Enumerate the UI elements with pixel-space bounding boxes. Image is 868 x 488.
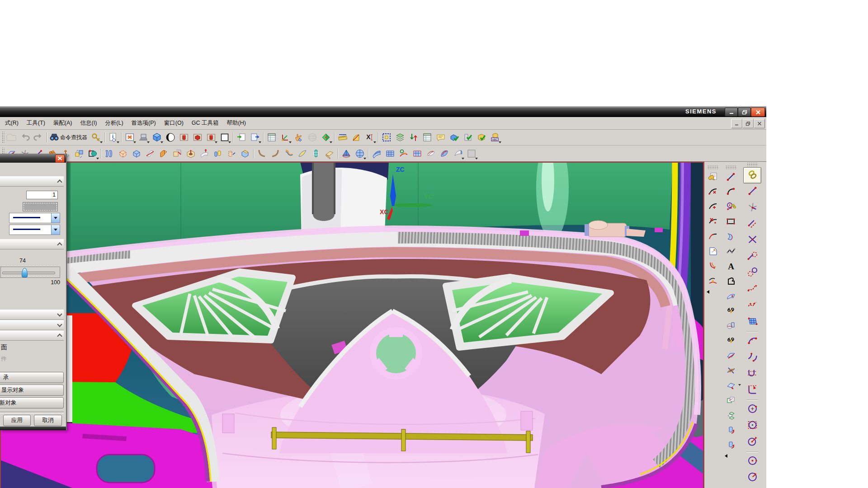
bridge-surface-button[interactable]: [296, 147, 309, 160]
plane-arrow-button[interactable]: [723, 379, 739, 394]
dropdown-arrow-icon[interactable]: [462, 158, 464, 160]
window-minimize-button[interactable]: [725, 108, 738, 117]
wave-spline-button[interactable]: [743, 297, 761, 314]
faceted-sphere-button[interactable]: [353, 147, 367, 160]
dropdown-arrow-icon[interactable]: [228, 141, 231, 143]
planes-copy-button[interactable]: [723, 408, 739, 423]
annotation-note-button[interactable]: [434, 131, 448, 144]
toolbar-drag-handle[interactable]: [1, 131, 5, 143]
bounded-plane-button[interactable]: [410, 147, 424, 160]
circle-radius-arrow-button[interactable]: [743, 469, 761, 486]
wireframe-cylinder-button[interactable]: [177, 131, 191, 144]
profile-curve-button[interactable]: [723, 274, 739, 289]
sketch-axis-button[interactable]: [743, 200, 761, 216]
fit-window-button[interactable]: [123, 131, 137, 144]
dropdown-arrow-icon[interactable]: [133, 141, 136, 143]
menu-item-gc-toolbox[interactable]: GC 工具箱: [188, 117, 223, 129]
information-query-button[interactable]: i: [106, 131, 120, 144]
sphere-display-button[interactable]: [306, 131, 319, 144]
menu-item-window[interactable]: 窗口(O): [160, 117, 188, 129]
dropdown-arrow-icon[interactable]: [499, 141, 501, 143]
project-curve-down-button[interactable]: [705, 274, 721, 289]
slider-thumb[interactable]: [22, 268, 28, 277]
toolbar-overflow-arrow[interactable]: [725, 454, 727, 458]
solid-in-box-button[interactable]: [191, 131, 204, 144]
two-circles-button[interactable]: [743, 265, 761, 281]
undo-button[interactable]: [18, 131, 32, 144]
rectangle-button[interactable]: [723, 215, 739, 230]
child-restore-button[interactable]: [742, 119, 754, 128]
hidden-edges-button[interactable]: [204, 131, 218, 144]
measure-distance-button[interactable]: [336, 131, 349, 144]
edge-blend-button[interactable]: [255, 147, 269, 160]
basic-line-button[interactable]: [723, 170, 739, 185]
corner-block-button[interactable]: [238, 147, 252, 160]
styled-blend-button[interactable]: [282, 147, 296, 160]
dialog-section-header-1[interactable]: [0, 176, 64, 187]
menu-item-format[interactable]: 式(R): [1, 117, 23, 129]
redo-button[interactable]: [32, 131, 45, 144]
ruled-surface-button[interactable]: [370, 147, 383, 160]
dialog-section-header-3[interactable]: [0, 310, 64, 320]
basic-arc-button[interactable]: [723, 185, 739, 200]
chamfer-slab-button[interactable]: [323, 147, 336, 160]
sphere-cylinder-section-button[interactable]: [723, 319, 739, 334]
spline-arrow-button[interactable]: [743, 281, 761, 297]
toolbar-drag-handle[interactable]: [707, 165, 719, 169]
examine-geometry-button[interactable]: [448, 131, 461, 144]
child-minimize-button[interactable]: [731, 119, 742, 128]
studio-spline-button[interactable]: [723, 244, 739, 259]
part-list-button[interactable]: [265, 131, 278, 144]
arc-by-points-button[interactable]: [743, 333, 761, 349]
dropdown-arrow-icon[interactable]: [215, 141, 217, 143]
object-display-button[interactable]: [319, 131, 333, 144]
dialog-close-button[interactable]: [55, 155, 65, 163]
cross-lines-button[interactable]: [743, 232, 761, 249]
menu-item-preferences[interactable]: 首选项(P): [127, 117, 160, 129]
bend-sheet-button[interactable]: [157, 147, 170, 160]
section-plane-button[interactable]: [723, 349, 739, 364]
parallel-lines-button[interactable]: [743, 216, 761, 232]
linetype-select[interactable]: [9, 213, 60, 223]
inherit-button[interactable]: 承: [0, 372, 64, 383]
datum-display-button[interactable]: [278, 131, 292, 144]
command-finder-button[interactable]: 命令查找器: [48, 131, 90, 144]
ribbed-wall-button[interactable]: [103, 147, 116, 160]
bounding-body-button[interactable]: [380, 131, 393, 144]
circle-center-point-button[interactable]: [743, 453, 761, 469]
delete-curve-point-button[interactable]: [705, 215, 721, 230]
u-trim-button[interactable]: [743, 366, 761, 382]
layer-settings-button[interactable]: [393, 131, 407, 144]
trim-body-button[interactable]: [143, 147, 157, 160]
offset-curve-pair-button[interactable]: [705, 259, 721, 274]
circle-chain-button[interactable]: [723, 200, 739, 215]
dropdown-arrow-icon[interactable]: [117, 141, 119, 143]
cavity-button[interactable]: [184, 147, 198, 160]
toolbar-drag-handle[interactable]: [746, 163, 758, 166]
move-object-button[interactable]: [292, 131, 306, 144]
trim-hooks-button[interactable]: [723, 304, 739, 319]
corner-extend-button[interactable]: [743, 382, 761, 398]
window-close-button[interactable]: [751, 108, 765, 117]
model-canvas[interactable]: YC ZC XC: [0, 162, 704, 488]
display-mode-button[interactable]: [137, 131, 150, 144]
text-curve-button[interactable]: A: [723, 259, 739, 274]
emphasis-capsule-button[interactable]: [309, 147, 323, 160]
open-button[interactable]: [5, 131, 18, 144]
sweep-along-guide-button[interactable]: [198, 147, 211, 160]
add-curve-point-button[interactable]: [705, 200, 721, 215]
toolbar-overflow-arrow[interactable]: [707, 290, 709, 294]
grid-surface-button[interactable]: [743, 314, 761, 330]
circle-in-box-button[interactable]: [743, 418, 761, 434]
sketch-line-button[interactable]: [743, 183, 761, 200]
dropdown-arrow-icon[interactable]: [363, 158, 366, 160]
unite-boolean-button[interactable]: [211, 147, 225, 160]
dropdown-arrow-icon[interactable]: [259, 141, 261, 143]
dropdown-arrow-icon[interactable]: [51, 213, 60, 223]
swept-surface-button[interactable]: [438, 147, 451, 160]
face-blend-button[interactable]: [269, 147, 282, 160]
sketch-button[interactable]: [86, 147, 99, 160]
studio-surface-button[interactable]: [424, 147, 438, 160]
line-and-circle-button[interactable]: [743, 249, 761, 265]
measure-extremes-button[interactable]: X: [363, 131, 377, 144]
